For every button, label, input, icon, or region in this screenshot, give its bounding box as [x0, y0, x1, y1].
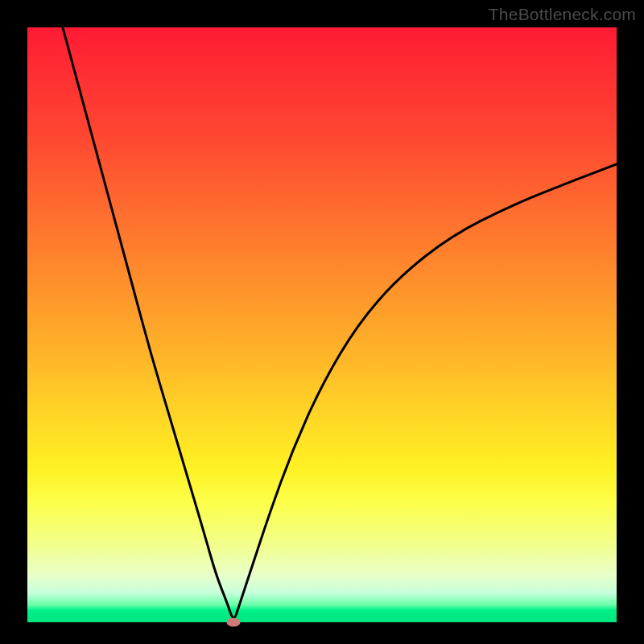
figure-root: TheBottleneck.com [0, 0, 644, 644]
attribution-label: TheBottleneck.com [489, 5, 636, 24]
curve-overlay [27, 27, 617, 622]
minimum-marker [227, 618, 241, 627]
bottleneck-curve [63, 27, 617, 617]
plot-area [27, 27, 617, 622]
